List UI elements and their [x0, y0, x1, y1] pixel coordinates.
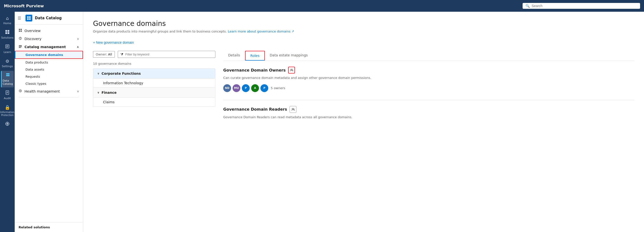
filter-icon: ⧩ — [120, 52, 123, 56]
rail-label-info-protection: Information Protection — [0, 111, 14, 117]
solutions-icon — [5, 30, 10, 35]
svg-point-17 — [7, 125, 8, 126]
filter-row: Owner: All ⧩ — [93, 51, 216, 58]
sidebar-item-data-assets[interactable]: Data assets — [15, 66, 83, 73]
health-mgmt-icon — [18, 89, 22, 93]
classic-types-label: Classic types — [26, 82, 46, 86]
keyword-filter[interactable]: ⧩ — [118, 51, 216, 58]
owner-filter[interactable]: Owner: All — [93, 51, 115, 58]
catalog-mgmt-icon — [18, 45, 22, 49]
svg-rect-23 — [29, 18, 30, 20]
svg-rect-22 — [27, 18, 29, 20]
new-governance-domain-button[interactable]: + New governance domain — [93, 39, 134, 46]
search-icon: 🔍 — [526, 4, 530, 8]
svg-rect-1 — [8, 30, 9, 32]
learn-more-link[interactable]: Learn more about governance domains ↗ — [228, 29, 294, 33]
app-body: ⌂ Home Solutions Learn ⚙ Settings Data C… — [0, 12, 644, 232]
tab-roles[interactable]: Roles — [245, 51, 265, 61]
corporate-label: Corporate Functions — [102, 72, 211, 75]
owners-section: Governance Domain Owners — [223, 67, 634, 92]
hamburger-button[interactable]: ☰ — [18, 16, 21, 20]
rail-label-data-catalog: Data Catalog — [2, 79, 13, 86]
claims-label: Claims — [103, 100, 114, 104]
sidebar-item-classic-types[interactable]: Classic types — [15, 80, 83, 87]
sidebar-item-overview[interactable]: Overview — [15, 27, 83, 35]
readers-title: Governance Domain Readers — [223, 107, 287, 112]
svg-point-18 — [6, 123, 6, 124]
avatar-nd-initials: ND — [225, 87, 229, 90]
tab-details[interactable]: Details — [223, 51, 245, 61]
audit-icon — [5, 90, 10, 96]
rail-item-learn[interactable]: Learn — [1, 42, 14, 56]
svg-rect-0 — [6, 30, 7, 32]
svg-point-15 — [6, 123, 8, 124]
top-bar: Microsoft Purview 🔍 — [0, 0, 644, 12]
tab-details-label: Details — [228, 53, 240, 57]
discovery-icon — [18, 37, 22, 41]
rail-item-home[interactable]: ⌂ Home — [1, 14, 14, 27]
domain-list: ∨ Corporate Functions Information Techno… — [93, 68, 216, 107]
finance-chevron-icon: ∨ — [97, 91, 100, 94]
readers-section: Governance Domain Readers — [223, 106, 634, 120]
svg-point-16 — [7, 122, 8, 123]
svg-rect-24 — [19, 29, 20, 30]
sidebar-item-data-products[interactable]: Data products — [15, 59, 83, 66]
sidebar-item-requests[interactable]: Requests — [15, 73, 83, 80]
avatars-row: ND MU P A P 5 o — [223, 84, 634, 92]
finance-label: Finance — [102, 91, 211, 95]
svg-rect-32 — [19, 46, 22, 47]
keyword-input[interactable] — [125, 52, 213, 56]
catalog-mgmt-chevron-icon: ∧ — [76, 45, 79, 49]
rail-item-data-catalog[interactable]: Data Catalog — [1, 71, 14, 87]
svg-rect-20 — [27, 16, 29, 18]
network-icon — [5, 122, 10, 127]
domain-row-corporate[interactable]: ∨ Corporate Functions — [93, 69, 215, 79]
svg-rect-29 — [20, 37, 20, 39]
rail-label-solutions: Solutions — [1, 36, 14, 39]
role-divider — [223, 100, 634, 100]
rail-item-solutions[interactable]: Solutions — [1, 28, 14, 41]
domain-sub-row-claims[interactable]: Claims — [93, 98, 215, 107]
rail-item-settings[interactable]: ⚙ Settings — [1, 57, 14, 70]
sidebar-section-catalog-mgmt[interactable]: Catalog management ∧ — [15, 43, 83, 51]
info-protection-icon: 🔒 — [5, 105, 10, 110]
avatar-nd: ND — [223, 84, 231, 92]
corporate-chevron-icon: ∨ — [97, 72, 100, 75]
subtitle-text: Organize data products into meaningful g… — [93, 29, 227, 33]
governance-domains-label: Governance domains — [26, 53, 63, 57]
owners-edit-button[interactable] — [288, 67, 295, 74]
rail-item-audit[interactable]: Audit — [1, 88, 14, 102]
owners-description: Can curate governance domain metadata an… — [223, 75, 634, 80]
rail-item-info-protection[interactable]: 🔒 Information Protection — [1, 103, 14, 119]
readers-description: Governance Domain Readers can read metad… — [223, 115, 634, 120]
owners-title: Governance Domain Owners — [223, 68, 286, 73]
sidebar-item-health-mgmt[interactable]: Health management ∨ — [15, 87, 83, 95]
svg-point-19 — [8, 123, 9, 124]
svg-rect-33 — [19, 47, 21, 48]
health-mgmt-label: Health management — [24, 89, 60, 93]
data-catalog-icon — [6, 73, 10, 78]
readers-edit-button[interactable] — [290, 106, 296, 113]
owner-label: Owner: — [96, 52, 107, 56]
domain-sub-row-info-tech[interactable]: Information Technology — [93, 79, 215, 88]
rail-item-network[interactable] — [1, 120, 14, 129]
owners-title-row: Governance Domain Owners — [223, 67, 634, 74]
owners-count: 5 owners — [271, 86, 285, 90]
page-subtitle: Organize data products into meaningful g… — [93, 29, 634, 33]
requests-label: Requests — [26, 75, 40, 78]
search-bar[interactable]: 🔍 — [522, 3, 640, 9]
tab-data-estate[interactable]: Data estate mappings — [265, 51, 312, 61]
rail-label-settings: Settings — [2, 65, 13, 68]
domain-row-finance[interactable]: ∨ Finance — [93, 88, 215, 98]
sidebar-divider — [18, 97, 79, 98]
settings-icon: ⚙ — [6, 59, 9, 64]
sidebar-item-governance-domains[interactable]: Governance domains — [15, 51, 83, 59]
svg-rect-31 — [19, 45, 22, 46]
app-title: Microsoft Purview — [4, 4, 44, 8]
overview-icon — [18, 29, 22, 33]
sidebar-item-discovery[interactable]: Discovery ∨ — [15, 35, 83, 43]
search-input[interactable] — [532, 4, 637, 8]
content-split: Owner: All ⧩ 10 governance domains ∨ Cor… — [93, 51, 634, 127]
svg-rect-30 — [20, 39, 20, 39]
avatar-a: A — [251, 84, 259, 92]
